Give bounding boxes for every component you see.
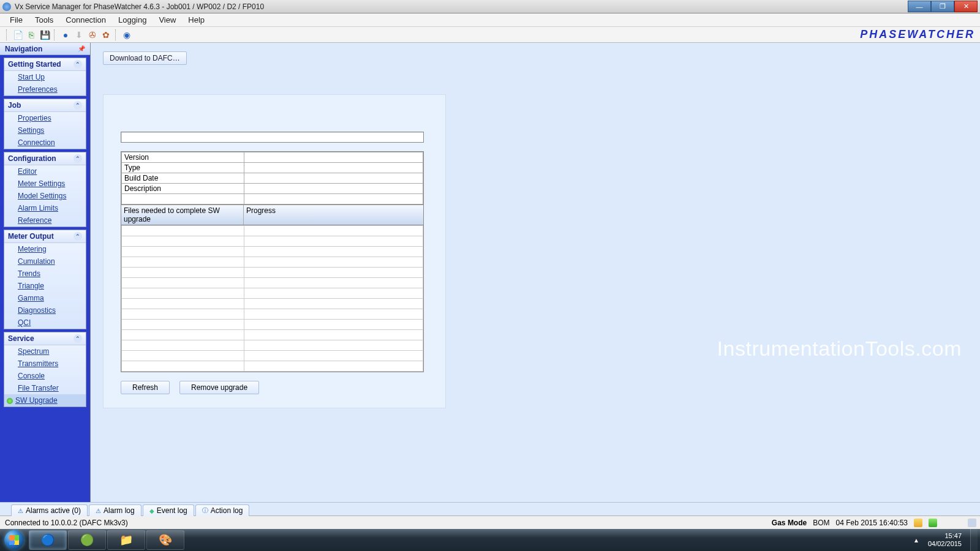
nav-link-file-transfer[interactable]: File Transfer xyxy=(4,382,86,394)
chevron-up-icon: ⌃ xyxy=(74,154,82,163)
package-info-table: Version Type Build Date Description xyxy=(121,151,424,205)
nav-link-metering[interactable]: Metering xyxy=(4,243,86,255)
files-progress-table: Files needed to complete SW upgrade Prog… xyxy=(121,205,424,372)
nav-link-reference[interactable]: Reference xyxy=(4,214,86,227)
nav-link-preferences[interactable]: Preferences xyxy=(4,83,86,96)
tab-event-log[interactable]: ◆Event log xyxy=(143,504,194,516)
info-value-version xyxy=(244,152,423,163)
upload-icon[interactable]: ✇ xyxy=(87,29,98,40)
save-icon[interactable]: 💾 xyxy=(39,29,50,40)
nav-group-header[interactable]: Meter Output⌃ xyxy=(4,230,86,243)
nav-group-service: Service⌃SpectrumTransmittersConsoleFile … xyxy=(4,332,86,407)
nav-group-header[interactable]: Getting Started⌃ xyxy=(4,58,86,71)
navigation-panel: Navigation 📌 Getting Started⌃Start UpPre… xyxy=(0,43,91,502)
tray-clock[interactable]: 15:47 04/02/2015 xyxy=(924,532,965,548)
nav-group-header[interactable]: Job⌃ xyxy=(4,99,86,112)
gear-icon[interactable]: ✿ xyxy=(100,29,111,40)
nav-link-model-settings[interactable]: Model Settings xyxy=(4,190,86,202)
status-icon-2[interactable] xyxy=(929,519,937,527)
new-doc-icon[interactable]: 📄 xyxy=(12,29,23,40)
nav-group-header[interactable]: Service⌃ xyxy=(4,332,86,345)
chevron-up-icon: ⌃ xyxy=(74,334,82,343)
package-path-input[interactable] xyxy=(121,132,424,143)
window-maximize-button[interactable]: ❐ xyxy=(931,1,954,12)
tab-action-log[interactable]: ⓘAction log xyxy=(195,504,250,516)
refresh-button[interactable]: Refresh xyxy=(121,381,170,394)
menu-view[interactable]: View xyxy=(153,14,182,26)
nav-link-transmitters[interactable]: Transmitters xyxy=(4,358,86,370)
open-icon[interactable]: ⎘ xyxy=(26,29,37,40)
start-button[interactable] xyxy=(0,529,28,551)
info-label-version: Version xyxy=(122,152,244,163)
info-icon: ⓘ xyxy=(202,506,208,515)
table-row xyxy=(122,288,423,299)
remove-upgrade-button[interactable]: Remove upgrade xyxy=(179,381,259,394)
navigation-title: Navigation 📌 xyxy=(0,43,90,55)
help-icon[interactable]: ◉ xyxy=(121,29,132,40)
show-desktop-button[interactable] xyxy=(970,529,978,551)
refresh-icon[interactable]: ● xyxy=(60,29,71,40)
nav-group-meter-output: Meter Output⌃MeteringCumulationTrendsTri… xyxy=(4,230,86,329)
nav-link-alarm-limits[interactable]: Alarm Limits xyxy=(4,202,86,214)
play-icon xyxy=(7,398,13,404)
chevron-up-icon: ⌃ xyxy=(74,101,82,110)
window-title: Vx Service Manager for PhaseWatcher 4.6.… xyxy=(15,2,908,11)
window-close-button[interactable]: ✕ xyxy=(954,1,978,12)
download-to-dafc-button[interactable]: Download to DAFC… xyxy=(103,51,187,65)
status-icon-1[interactable] xyxy=(914,519,922,527)
nav-link-sw-upgrade[interactable]: SW Upgrade xyxy=(4,394,86,407)
nav-link-editor[interactable]: Editor xyxy=(4,165,86,178)
watermark: InstrumentationTools.com xyxy=(717,337,962,361)
nav-link-diagnostics[interactable]: Diagnostics xyxy=(4,304,86,317)
window-minimize-button[interactable]: — xyxy=(908,1,931,12)
nav-link-qci[interactable]: QCI xyxy=(4,317,86,329)
tab-alarm-log[interactable]: ⚠Alarm log xyxy=(89,504,141,516)
menu-help[interactable]: Help xyxy=(182,14,211,26)
info-value-type xyxy=(244,163,423,173)
menu-file[interactable]: File xyxy=(4,14,29,26)
status-icon-3[interactable] xyxy=(968,519,976,527)
app-icon xyxy=(2,2,11,11)
bottom-tab-bar: ⚠Alarms active (0) ⚠Alarm log ◆Event log… xyxy=(0,502,980,515)
menu-bar: File Tools Connection Logging View Help xyxy=(0,13,980,27)
tray-expand-icon[interactable]: ▲ xyxy=(913,537,919,544)
menu-connection[interactable]: Connection xyxy=(59,14,112,26)
nav-link-console[interactable]: Console xyxy=(4,370,86,382)
tab-alarms-active[interactable]: ⚠Alarms active (0) xyxy=(11,504,88,516)
nav-link-cumulation[interactable]: Cumulation xyxy=(4,255,86,268)
info-label-type: Type xyxy=(122,163,244,173)
status-mode: Gas Mode xyxy=(772,519,807,527)
nav-link-start-up[interactable]: Start Up xyxy=(4,71,86,83)
nav-link-gamma[interactable]: Gamma xyxy=(4,292,86,304)
taskbar-item-2[interactable]: 🟢 xyxy=(68,530,106,550)
toolbar: 📄 ⎘ 💾 ● ⬇ ✇ ✿ ◉ PHASEWATCHER xyxy=(0,27,980,43)
taskbar-item-explorer[interactable]: 📁 xyxy=(107,530,145,550)
menu-logging[interactable]: Logging xyxy=(112,14,153,26)
nav-link-meter-settings[interactable]: Meter Settings xyxy=(4,178,86,190)
content-area: Download to DAFC… Version Type Build Dat… xyxy=(91,43,980,502)
chevron-up-icon: ⌃ xyxy=(74,60,82,69)
info-value-description xyxy=(244,184,423,194)
nav-link-properties[interactable]: Properties xyxy=(4,112,86,124)
status-timestamp: 04 Feb 2015 16:40:53 xyxy=(836,519,908,527)
menu-tools[interactable]: Tools xyxy=(29,14,59,26)
nav-link-connection[interactable]: Connection xyxy=(4,137,86,149)
nav-link-triangle[interactable]: Triangle xyxy=(4,280,86,292)
taskbar-item-1[interactable]: 🔵 xyxy=(29,530,67,550)
taskbar-item-paint[interactable]: 🎨 xyxy=(146,530,184,550)
event-icon: ◆ xyxy=(149,508,154,514)
nav-link-trends[interactable]: Trends xyxy=(4,268,86,280)
table-row xyxy=(122,236,423,247)
upgrade-panel: Version Type Build Date Description File… xyxy=(103,94,446,408)
nav-link-spectrum[interactable]: Spectrum xyxy=(4,345,86,358)
nav-group-header[interactable]: Configuration⌃ xyxy=(4,152,86,165)
table-row xyxy=(122,278,423,288)
nav-link-settings[interactable]: Settings xyxy=(4,124,86,137)
windows-taskbar: 🔵 🟢 📁 🎨 ▲ 15:47 04/02/2015 xyxy=(0,529,980,551)
pin-icon[interactable]: 📌 xyxy=(78,45,85,52)
table-row xyxy=(122,340,423,351)
table-row xyxy=(122,299,423,309)
table-row xyxy=(122,320,423,330)
download-icon[interactable]: ⬇ xyxy=(74,29,85,40)
info-label-description: Description xyxy=(122,184,244,194)
